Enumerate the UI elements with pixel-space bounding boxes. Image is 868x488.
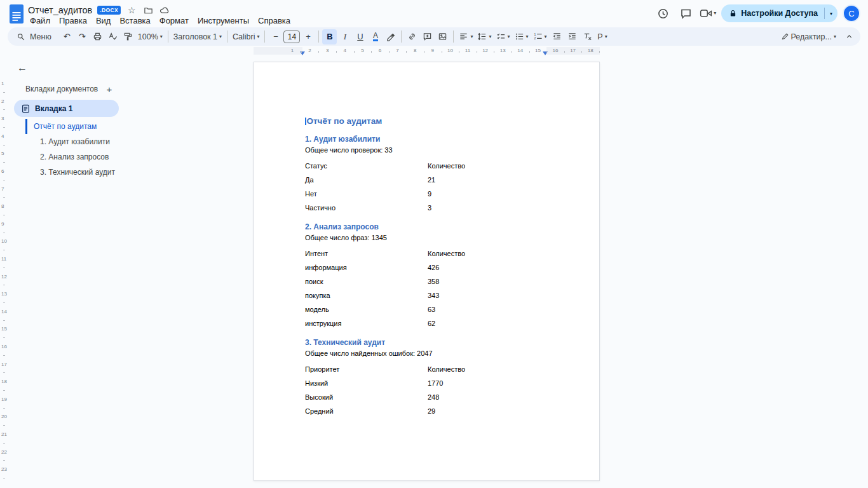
tab-label: Вкладка 1 bbox=[35, 104, 72, 113]
search-menus-button[interactable]: Меню bbox=[11, 29, 59, 45]
menu-view[interactable]: Вид bbox=[92, 15, 116, 27]
table-cell: 358 bbox=[428, 278, 564, 285]
insert-image-button[interactable] bbox=[435, 29, 450, 44]
bulleted-list-button[interactable]: ▾ bbox=[513, 29, 531, 44]
video-call-button[interactable]: ▾ bbox=[700, 8, 716, 18]
numbered-list-button[interactable]: 1 2 ▾ bbox=[531, 29, 549, 44]
chevron-up-icon bbox=[845, 32, 853, 41]
bold-button[interactable]: B bbox=[322, 29, 337, 44]
table-cell: 9 bbox=[428, 190, 564, 198]
svg-text:1: 1 bbox=[534, 32, 536, 36]
search-icon bbox=[17, 32, 25, 41]
paint-format-button[interactable] bbox=[121, 29, 135, 44]
font-family-select[interactable]: Calibri ▾ bbox=[231, 29, 261, 44]
increase-indent-button[interactable] bbox=[565, 29, 580, 44]
doc-section-3: 3. Технический аудит Общее число найденн… bbox=[305, 338, 564, 418]
table-cell: 248 bbox=[428, 393, 564, 401]
checklist-button[interactable]: ▾ bbox=[494, 29, 512, 44]
menu-file[interactable]: Файл bbox=[25, 15, 55, 27]
table-cell: Нет bbox=[305, 190, 428, 198]
document-title[interactable]: Отчет_аудитов bbox=[28, 5, 92, 15]
input-tools-button[interactable]: Р ▾ bbox=[595, 29, 610, 44]
table-cell: 62 bbox=[428, 320, 564, 327]
doc-table: Статус Количество Да 21 Нет 9 Частично 3 bbox=[305, 159, 564, 215]
vertical-ruler[interactable]: 1234567891011121314151617181920212223 bbox=[0, 62, 8, 488]
menu-help[interactable]: Справка bbox=[254, 15, 295, 27]
document-content: Отчёт по аудитам 1. Аудит юзабилити Обще… bbox=[305, 116, 564, 421]
table-cell: Низкий bbox=[305, 379, 428, 387]
table-cell: Интент bbox=[305, 250, 428, 257]
image-icon bbox=[438, 32, 447, 41]
comments-icon[interactable] bbox=[677, 4, 695, 22]
table-cell: покупка bbox=[305, 292, 428, 299]
highlight-color-button[interactable] bbox=[383, 29, 398, 44]
menu-insert[interactable]: Вставка bbox=[115, 15, 154, 27]
add-tab-button[interactable]: + bbox=[103, 83, 116, 95]
zoom-select[interactable]: 100% ▾ bbox=[136, 29, 165, 44]
table-cell: Количество bbox=[428, 250, 564, 257]
account-avatar[interactable]: C bbox=[843, 4, 860, 22]
menubar: Файл Правка Вид Вставка Формат Инструмен… bbox=[25, 15, 295, 27]
table-row: Да 21 bbox=[305, 173, 564, 187]
menu-tools[interactable]: Инструменты bbox=[193, 15, 254, 27]
document-page[interactable]: Отчёт по аудитам 1. Аудит юзабилити Обще… bbox=[254, 62, 600, 481]
print-button[interactable] bbox=[90, 29, 105, 44]
doc-section-2: 2. Анализ запросов Общее число фраз: 134… bbox=[305, 222, 564, 330]
share-button[interactable]: Настройки Доступа ▾ bbox=[721, 4, 837, 22]
paragraph-style-select[interactable]: Заголовок 1 ▾ bbox=[172, 29, 224, 44]
horizontal-ruler[interactable]: 123456789101112131415161718 bbox=[254, 47, 600, 55]
insert-link-button[interactable] bbox=[405, 29, 419, 44]
font-size-input[interactable] bbox=[283, 30, 300, 43]
table-row: покупка 343 bbox=[305, 288, 564, 302]
insert-comment-button[interactable] bbox=[420, 29, 435, 44]
table-cell: информация bbox=[305, 264, 428, 271]
version-history-icon[interactable] bbox=[654, 4, 672, 22]
undo-button[interactable]: ↶ bbox=[60, 29, 74, 44]
outline-item-title[interactable]: Отчёт по аудитам bbox=[25, 119, 133, 134]
share-button-label: Настройки Доступа bbox=[741, 9, 818, 18]
table-row: модель 63 bbox=[305, 302, 564, 316]
header-actions: ▾ Настройки Доступа ▾ C bbox=[654, 4, 860, 22]
table-cell: инструкция bbox=[305, 320, 428, 327]
text-color-button[interactable]: A bbox=[368, 29, 383, 44]
line-spacing-button[interactable]: ▾ bbox=[475, 29, 493, 44]
table-row: Частично 3 bbox=[305, 201, 564, 215]
decrease-indent-button[interactable] bbox=[550, 29, 564, 44]
redo-button[interactable]: ↷ bbox=[75, 29, 90, 44]
table-cell: 3 bbox=[428, 204, 564, 212]
share-dropdown-caret-icon[interactable]: ▾ bbox=[825, 4, 837, 22]
clear-formatting-button[interactable] bbox=[580, 29, 595, 44]
document-tab-1[interactable]: Вкладка 1 bbox=[14, 100, 119, 117]
table-header-row: Статус Количество bbox=[305, 159, 564, 173]
video-call-caret-icon[interactable]: ▾ bbox=[714, 11, 716, 16]
section-summary: Общее число фраз: 1345 bbox=[305, 234, 564, 241]
table-cell: Количество bbox=[428, 365, 564, 373]
table-row: Средний 29 bbox=[305, 404, 564, 418]
table-cell: 21 bbox=[428, 176, 564, 184]
table-cell: модель bbox=[305, 306, 428, 313]
table-cell: 343 bbox=[428, 292, 564, 299]
menu-edit[interactable]: Правка bbox=[55, 15, 92, 27]
increase-font-size-button[interactable]: + bbox=[301, 29, 315, 44]
bulleted-list-icon bbox=[515, 32, 524, 41]
underline-button[interactable]: U bbox=[353, 29, 367, 44]
divider bbox=[401, 30, 402, 43]
decrease-font-size-button[interactable]: − bbox=[268, 29, 283, 44]
align-button[interactable]: ▾ bbox=[457, 29, 475, 44]
back-button[interactable]: ← bbox=[15, 61, 29, 75]
divider bbox=[453, 30, 454, 43]
hide-menus-button[interactable] bbox=[842, 29, 857, 44]
table-row: Низкий 1770 bbox=[305, 376, 564, 390]
add-comment-icon bbox=[423, 32, 432, 41]
table-cell: Высокий bbox=[305, 393, 428, 401]
outline-item-2[interactable]: 2. Анализ запросов bbox=[25, 149, 133, 165]
editing-mode-select[interactable]: Редактир... ▾ bbox=[779, 29, 838, 44]
outline-item-1[interactable]: 1. Аудит юзабилити bbox=[25, 134, 133, 149]
table-header-row: Интент Количество bbox=[305, 247, 564, 261]
spellcheck-button[interactable] bbox=[105, 29, 120, 44]
google-docs-logo-icon[interactable] bbox=[9, 4, 24, 24]
menu-format[interactable]: Формат bbox=[155, 15, 193, 27]
outline-item-3[interactable]: 3. Технический аудит bbox=[25, 165, 133, 180]
lock-icon bbox=[729, 9, 737, 18]
italic-button[interactable]: I bbox=[337, 29, 352, 44]
